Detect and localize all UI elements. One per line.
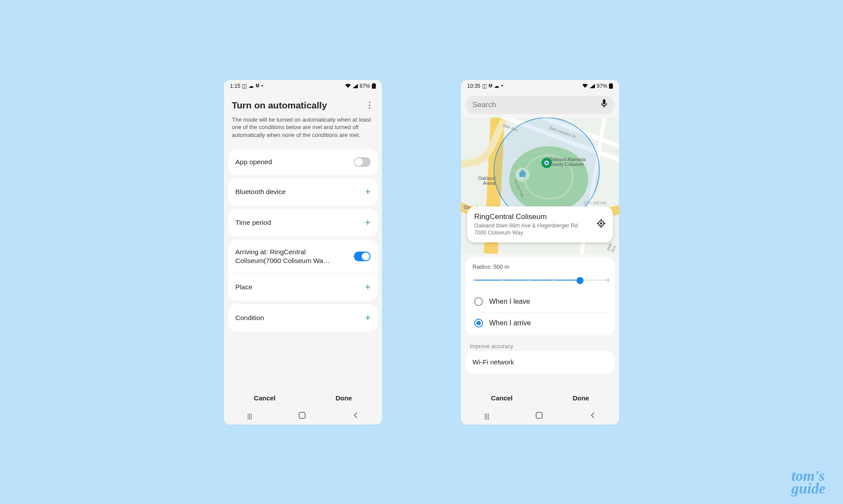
row-label: Wi-Fi network — [472, 358, 514, 366]
watermark: tom's guide — [792, 470, 825, 495]
row-bluetooth[interactable]: Bluetooth device + — [228, 178, 378, 205]
system-nav-bar: ||| — [461, 408, 619, 425]
dot-icon: • — [501, 83, 503, 89]
toggle-app-opened[interactable] — [354, 157, 371, 167]
page-description: The mode will be turned on automatically… — [224, 112, 382, 146]
svg-rect-1 — [373, 83, 375, 84]
svg-rect-4 — [610, 83, 612, 84]
map-poi-label: Oakland-Alameda County Coliseum — [549, 157, 597, 167]
action-bar: Cancel Done — [224, 389, 382, 408]
more-options-icon[interactable]: ⋮ — [365, 103, 374, 107]
svg-rect-14 — [521, 170, 524, 173]
cancel-button[interactable]: Cancel — [491, 394, 512, 402]
row-label: Place — [235, 283, 252, 291]
battery-percent: 87% — [360, 83, 370, 89]
row-app-opened[interactable]: App opened — [228, 149, 378, 175]
plus-icon[interactable]: + — [365, 217, 371, 228]
done-button[interactable]: Done — [573, 394, 589, 402]
place-title: RingCentral Coliseum — [474, 212, 584, 221]
cancel-button[interactable]: Cancel — [254, 394, 275, 402]
card-app-opened: App opened — [228, 149, 378, 175]
row-label: Condition — [235, 314, 264, 322]
signal-icon — [353, 84, 358, 88]
plus-icon[interactable]: + — [365, 312, 371, 324]
map-view[interactable]: 66th Ave San Leandro St Nimitz Fwy 85th … — [461, 118, 619, 254]
back-button[interactable] — [590, 412, 596, 420]
action-bar: Cancel Done — [461, 389, 619, 408]
radio-label: When I leave — [489, 298, 530, 306]
radius-slider[interactable] — [473, 277, 607, 283]
radio-label: When I arrive — [489, 319, 531, 327]
svg-rect-17 — [536, 412, 542, 418]
cloud-icon: ☁ — [494, 83, 499, 89]
radio-when-i-leave[interactable]: When I leave — [472, 291, 608, 312]
recents-button[interactable]: ||| — [247, 413, 252, 420]
radio-icon — [474, 297, 483, 306]
map-area-label: COLISEUM — [584, 201, 606, 205]
row-label: Arriving at: RingCentral Coliseum(7000 C… — [235, 248, 345, 265]
card-places: Arriving at: RingCentral Coliseum(7000 C… — [228, 240, 378, 301]
signal-icon — [590, 84, 595, 88]
card-condition: Condition + — [228, 304, 378, 331]
home-button[interactable] — [299, 412, 306, 420]
back-button[interactable] — [353, 412, 359, 420]
plus-icon[interactable]: + — [365, 281, 371, 293]
row-label: App opened — [235, 158, 272, 166]
radio-when-i-arrive[interactable]: When I arrive — [472, 312, 608, 334]
row-label: Time period — [235, 219, 271, 227]
status-bar: 10:35 ◫ M ☁ • 97% — [461, 80, 619, 92]
svg-point-12 — [545, 162, 548, 164]
plus-icon[interactable]: + — [365, 186, 371, 198]
row-place[interactable]: Place + — [228, 273, 378, 301]
radius-label: Radius: 500 m — [472, 263, 608, 270]
home-button[interactable] — [536, 412, 543, 420]
svg-rect-2 — [299, 412, 305, 418]
battery-percent: 97% — [597, 83, 607, 89]
row-label: Bluetooth device — [235, 188, 286, 196]
picture-icon: ◫ — [482, 83, 487, 89]
svg-rect-5 — [603, 99, 605, 104]
radio-icon — [474, 319, 483, 328]
toggle-arriving[interactable] — [354, 252, 371, 261]
wifi-icon — [582, 84, 588, 88]
dot-icon: • — [261, 83, 263, 89]
page-title: Turn on automatically — [232, 100, 327, 111]
card-bluetooth: Bluetooth device + — [228, 178, 378, 205]
battery-icon — [372, 83, 376, 89]
status-bar: 1:15 ◫ ☁ M • 87% — [224, 80, 382, 92]
clock: 10:35 — [467, 83, 480, 89]
place-card[interactable]: RingCentral Coliseum Oakland btwn 66th A… — [467, 206, 613, 243]
card-time-period: Time period + — [228, 209, 378, 236]
radius-card: Radius: 500 m When I leave When I arrive — [465, 257, 615, 335]
battery-icon — [609, 83, 613, 89]
done-button[interactable]: Done — [335, 394, 352, 402]
search-placeholder: Search — [472, 101, 496, 109]
section-label-improve: Improve accuracy — [461, 339, 619, 351]
row-arriving[interactable]: Arriving at: RingCentral Coliseum(7000 C… — [228, 240, 378, 273]
gmail-icon: M — [256, 83, 259, 88]
phone-screenshot-1: 1:15 ◫ ☁ M • 87% Turn on automatically ⋮… — [224, 80, 382, 425]
gmail-icon: M — [489, 83, 492, 88]
place-subtitle: Oakland btwn 66th Ave & Hegenberger Rd 7… — [474, 222, 584, 237]
cloud-icon: ☁ — [249, 83, 254, 89]
row-wifi-network[interactable]: Wi-Fi network — [465, 351, 615, 373]
phone-screenshot-2: 10:35 ◫ M ☁ • 97% Search — [461, 80, 619, 425]
locate-icon[interactable] — [596, 219, 606, 230]
mic-icon[interactable] — [601, 99, 608, 110]
svg-rect-0 — [372, 84, 376, 89]
row-time-period[interactable]: Time period + — [228, 209, 378, 236]
svg-point-16 — [600, 223, 602, 225]
wifi-icon — [345, 84, 351, 88]
map-poi-label: Oakland Arena — [470, 176, 495, 186]
clock: 1:15 — [230, 83, 240, 89]
search-input[interactable]: Search — [465, 96, 615, 114]
recents-button[interactable]: ||| — [484, 413, 489, 420]
svg-rect-3 — [609, 84, 613, 89]
system-nav-bar: ||| — [224, 408, 382, 425]
row-condition[interactable]: Condition + — [228, 304, 378, 331]
picture-icon: ◫ — [242, 83, 247, 89]
